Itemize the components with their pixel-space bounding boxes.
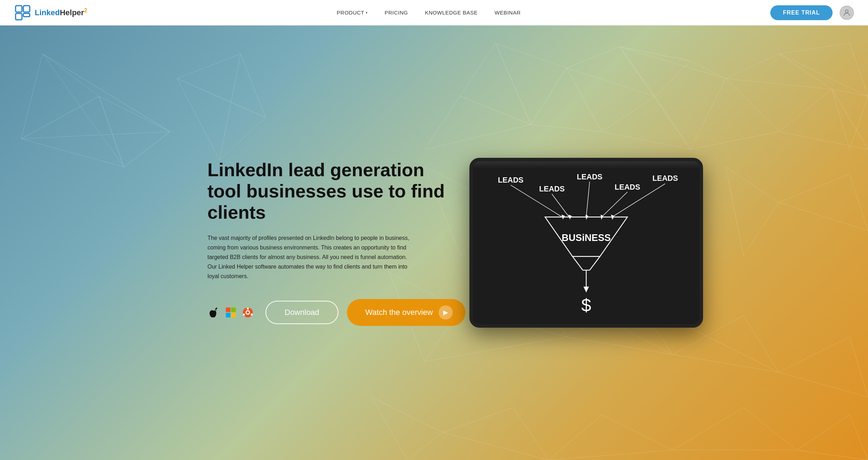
svg-text:LEADS: LEADS	[652, 174, 678, 183]
svg-marker-26	[460, 43, 531, 125]
svg-marker-12	[177, 54, 265, 117]
svg-rect-2	[23, 6, 30, 12]
tablet-screen: LEADS LEADS LEADS LEADS LEADS	[473, 161, 699, 324]
svg-marker-8	[42, 54, 170, 167]
svg-text:BUSiNESS: BUSiNESS	[562, 232, 611, 243]
svg-text:LEADS: LEADS	[539, 185, 565, 193]
windows-icon	[224, 306, 237, 319]
logo[interactable]: LinkedHelper2	[14, 4, 87, 21]
svg-text:LEADS: LEADS	[498, 176, 524, 184]
nav-right: FREE TRIAL	[770, 5, 854, 20]
svg-rect-3	[23, 13, 30, 17]
svg-point-60	[251, 314, 253, 316]
svg-marker-7	[99, 96, 170, 167]
chevron-down-icon: ▾	[366, 11, 368, 15]
svg-marker-37	[779, 174, 868, 231]
svg-marker-24	[690, 79, 779, 149]
svg-line-31	[726, 79, 779, 132]
svg-marker-6	[21, 96, 124, 167]
hero-content: LinkedIn lead generation tool businesses…	[186, 137, 682, 349]
svg-marker-52	[796, 415, 868, 460]
watch-overview-button[interactable]: Watch the overview ▶	[347, 299, 466, 326]
svg-marker-15	[496, 43, 566, 125]
funnel-diagram: LEADS LEADS LEADS LEADS LEADS	[473, 161, 699, 324]
logo-text: LinkedHelper2	[35, 7, 87, 17]
nav-item-product[interactable]: PRODUCT ▾	[337, 10, 367, 16]
svg-marker-44	[779, 337, 868, 397]
hero-cta: Download Watch the overview ▶	[207, 299, 448, 326]
nav-item-knowledge-base[interactable]: KNOWLEDGE BASE	[425, 10, 478, 16]
svg-text:$: $	[581, 295, 591, 315]
svg-text:LEADS: LEADS	[577, 173, 603, 181]
logo-icon	[14, 4, 31, 21]
play-icon: ▶	[439, 305, 453, 320]
svg-text:LEADS: LEADS	[615, 183, 640, 191]
svg-line-11	[21, 132, 170, 139]
nav-item-webinar[interactable]: WEBINAR	[495, 10, 521, 16]
svg-rect-1	[16, 13, 22, 20]
os-icons	[207, 306, 254, 319]
svg-marker-17	[619, 47, 690, 96]
svg-marker-18	[619, 47, 726, 79]
svg-marker-50	[549, 415, 673, 460]
svg-rect-54	[231, 307, 236, 312]
svg-line-32	[832, 89, 868, 149]
hero-left-panel: LinkedIn lead generation tool businesses…	[207, 160, 448, 326]
svg-marker-5	[21, 54, 99, 139]
hero-headline: LinkedIn lead generation tool businesses…	[207, 160, 448, 223]
svg-marker-25	[779, 89, 868, 149]
svg-rect-0	[16, 6, 22, 12]
svg-point-4	[845, 10, 848, 13]
svg-rect-56	[231, 313, 236, 317]
svg-marker-49	[442, 408, 549, 460]
svg-marker-48	[372, 397, 442, 460]
svg-rect-55	[226, 313, 230, 317]
ubuntu-icon	[241, 306, 254, 319]
user-avatar[interactable]	[840, 6, 854, 20]
svg-rect-53	[226, 307, 230, 312]
hero-section: LinkedIn lead generation tool businesses…	[0, 25, 868, 460]
tablet-top-bar	[473, 161, 699, 168]
apple-icon	[207, 306, 220, 319]
download-button[interactable]: Download	[265, 301, 338, 324]
svg-point-59	[247, 307, 249, 310]
svg-marker-22	[531, 68, 602, 132]
svg-marker-36	[726, 167, 779, 255]
svg-point-61	[243, 314, 245, 316]
svg-marker-16	[566, 47, 655, 96]
hero-right-panel: LEADS LEADS LEADS LEADS LEADS	[469, 158, 703, 328]
svg-line-9	[42, 54, 170, 132]
tablet-device: LEADS LEADS LEADS LEADS LEADS	[469, 158, 703, 328]
svg-marker-51	[673, 408, 796, 450]
navbar: LinkedHelper2 PRODUCT ▾ PRICING KNOWLEDG…	[0, 0, 868, 25]
free-trial-button[interactable]: FREE TRIAL	[770, 5, 833, 20]
svg-line-30	[619, 47, 690, 149]
nav-item-pricing[interactable]: PRICING	[385, 10, 408, 16]
hero-description: The vast majority of profiles presented …	[207, 233, 413, 281]
nav-links: PRODUCT ▾ PRICING KNOWLEDGE BASE WEBINAR	[337, 10, 520, 16]
